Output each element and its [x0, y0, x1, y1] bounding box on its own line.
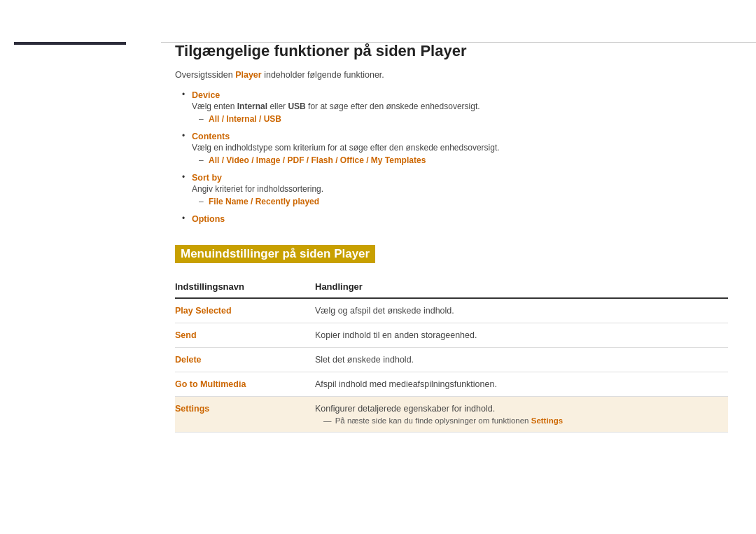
device-sub-item: All / Internal / USB: [199, 114, 728, 124]
feature-item-sortby: Sort by Angiv kriteriet for indholdssort…: [182, 172, 728, 206]
table-row: Play Selected Vælg og afspil det ønskede…: [175, 298, 728, 323]
table-row: Go to Multimedia Afspil indhold med medi…: [175, 372, 728, 397]
sortby-options-text: File Name / Recently played: [209, 197, 319, 206]
table-header-row: Indstillingsnavn Handlinger: [175, 276, 728, 298]
row-name-send: Send: [175, 323, 315, 348]
main-content: Tilgængelige funktioner på siden Player …: [161, 0, 756, 534]
table-row: Send Kopier indhold til en anden storage…: [175, 323, 728, 348]
settings-note: På næste side kan du finde oplysninger o…: [315, 416, 728, 425]
intro-paragraph: Oversigtssiden Player indeholder følgend…: [175, 70, 728, 80]
feature-list: Device Vælg enten Internal eller USB for…: [182, 90, 728, 224]
row-action-delete: Slet det ønskede indhold.: [315, 348, 728, 372]
device-sub-list: All / Internal / USB: [199, 114, 728, 124]
feature-item-contents: Contents Vælg en indholdstype som kriter…: [182, 131, 728, 165]
feature-title-device: Device: [192, 90, 220, 100]
feature-desc-sortby: Angiv kriteriet for indholdssortering.: [192, 184, 728, 194]
settings-action-text: Konfigurer detaljerede egenskaber for in…: [315, 404, 728, 414]
row-name-play-selected: Play Selected: [175, 298, 315, 323]
feature-title-options: Options: [192, 214, 225, 224]
sortby-sub-item: File Name / Recently played: [199, 197, 728, 206]
row-name-delete: Delete: [175, 348, 315, 372]
table-row-settings: Settings Konfigurer detaljerede egenskab…: [175, 397, 728, 433]
intro-text-before: Oversigtssiden: [175, 70, 235, 80]
row-action-settings: Konfigurer detaljerede egenskaber for in…: [315, 397, 728, 433]
device-options-text: All / Internal / USB: [209, 114, 281, 124]
settings-note-highlight: Settings: [531, 416, 563, 425]
intro-highlight: Player: [235, 70, 262, 80]
row-action-go-to-multimedia: Afspil indhold med medieafspilningsfunkt…: [315, 372, 728, 397]
contents-options-text: All / Video / Image / PDF / Flash / Offi…: [209, 155, 426, 165]
page-title: Tilgængelige funktioner på siden Player: [175, 42, 728, 60]
settings-table: Indstillingsnavn Handlinger Play Selecte…: [175, 276, 728, 433]
top-divider: [161, 42, 756, 43]
sidebar-accent-bar: [14, 42, 126, 45]
row-name-settings: Settings: [175, 397, 315, 433]
row-name-go-to-multimedia: Go to Multimedia: [175, 372, 315, 397]
row-action-send: Kopier indhold til en anden storageenhed…: [315, 323, 728, 348]
feature-desc-contents: Vælg en indholdstype som kriterium for a…: [192, 143, 728, 153]
table-body: Play Selected Vælg og afspil det ønskede…: [175, 298, 728, 433]
row-action-play-selected: Vælg og afspil det ønskede indhold.: [315, 298, 728, 323]
settings-note-text: På næste side kan du finde oplysninger o…: [335, 416, 531, 425]
section-heading: Menuindstillinger på siden Player: [175, 245, 375, 263]
feature-title-contents: Contents: [192, 132, 230, 141]
col-header-name: Indstillingsnavn: [175, 276, 315, 298]
left-sidebar: [0, 0, 161, 534]
feature-item-options: Options: [182, 213, 728, 224]
feature-desc-device: Vælg enten Internal eller USB for at søg…: [192, 101, 728, 111]
intro-text-after: indeholder følgende funktioner.: [262, 70, 384, 80]
feature-item-device: Device Vælg enten Internal eller USB for…: [182, 90, 728, 124]
contents-sub-list: All / Video / Image / PDF / Flash / Offi…: [199, 155, 728, 165]
col-header-action: Handlinger: [315, 276, 728, 298]
feature-title-sortby: Sort by: [192, 173, 222, 183]
sortby-sub-list: File Name / Recently played: [199, 197, 728, 206]
contents-sub-item: All / Video / Image / PDF / Flash / Offi…: [199, 155, 728, 165]
table-row: Delete Slet det ønskede indhold.: [175, 348, 728, 372]
